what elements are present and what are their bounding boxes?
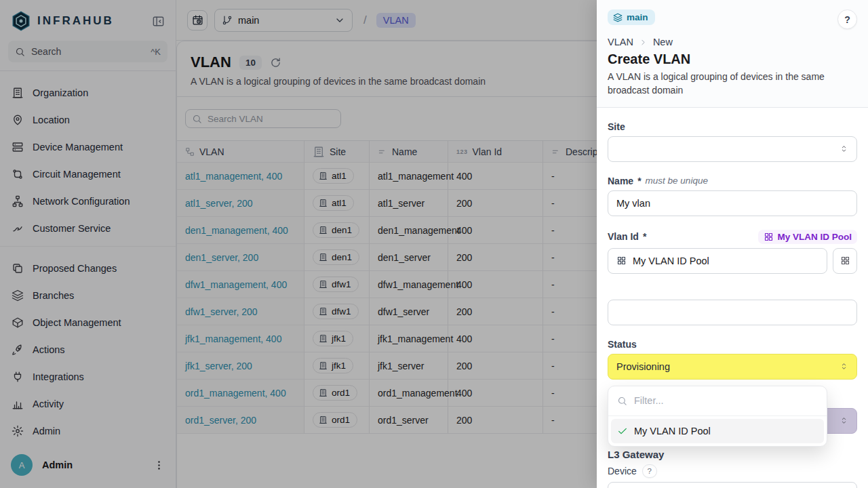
grid-pool-icon — [764, 232, 774, 242]
create-vlan-form: Site Name* must be unique Vl — [597, 108, 868, 488]
branch-badge-label: main — [627, 12, 648, 22]
drawer-header: main ? VLAN New Create VLAN A VLAN is a … — [597, 0, 868, 108]
pool-dropdown: My VLAN ID Pool — [608, 386, 827, 447]
pool-badge[interactable]: My VLAN ID Pool — [758, 230, 857, 244]
breadcrumb-parent[interactable]: VLAN — [608, 37, 633, 47]
site-select[interactable] — [608, 136, 857, 162]
l3-gateway-section-label: L3 Gateway — [608, 449, 857, 460]
name-field-wrap — [608, 190, 857, 216]
grid-pool-icon — [616, 256, 627, 266]
check-icon — [617, 426, 628, 436]
status-value: Provisioning — [616, 361, 670, 372]
required-asterisk: * — [637, 176, 641, 186]
branch-badge: main — [608, 9, 655, 25]
device-help-icon[interactable]: ? — [642, 464, 657, 478]
chevrons-up-down-icon — [840, 362, 848, 371]
site-label: Site — [608, 121, 857, 132]
description-field — [608, 300, 857, 325]
dropdown-filter — [608, 386, 827, 416]
dropdown-filter-input[interactable] — [634, 395, 818, 406]
name-label: Name* must be unique — [608, 176, 857, 186]
dropdown-options: My VLAN ID Pool — [608, 416, 827, 446]
search-icon — [617, 396, 627, 406]
vlan-id-select[interactable]: My VLAN ID Pool — [608, 248, 827, 274]
dropdown-option-my-vlan-id-pool[interactable]: My VLAN ID Pool — [611, 419, 824, 443]
chevrons-up-down-icon — [840, 416, 848, 425]
status-select[interactable]: Provisioning — [608, 354, 857, 380]
device-select[interactable] — [608, 482, 857, 488]
device-label: Device — [608, 466, 637, 476]
chevron-right-icon — [639, 38, 648, 47]
name-input[interactable] — [616, 198, 848, 209]
drawer-description: A VLAN is a logical grouping of devices … — [608, 70, 857, 98]
vlan-id-value: My VLAN ID Pool — [633, 256, 709, 266]
pool-picker-button[interactable] — [833, 248, 857, 274]
breadcrumb-current: New — [653, 37, 673, 47]
grid-pool-icon — [840, 256, 850, 266]
drawer-breadcrumb: VLAN New — [608, 37, 857, 47]
vlan-id-label: Vlan Id* — [608, 231, 646, 242]
help-button[interactable]: ? — [837, 9, 857, 29]
name-hint: must be unique — [646, 176, 708, 186]
status-label: Status — [608, 339, 857, 350]
description-input[interactable] — [608, 300, 857, 325]
create-vlan-drawer: main ? VLAN New Create VLAN A VLAN is a … — [597, 0, 868, 488]
layers-icon — [613, 13, 623, 22]
required-asterisk: * — [643, 231, 646, 242]
chevrons-up-down-icon — [840, 144, 848, 153]
drawer-title: Create VLAN — [608, 52, 857, 67]
